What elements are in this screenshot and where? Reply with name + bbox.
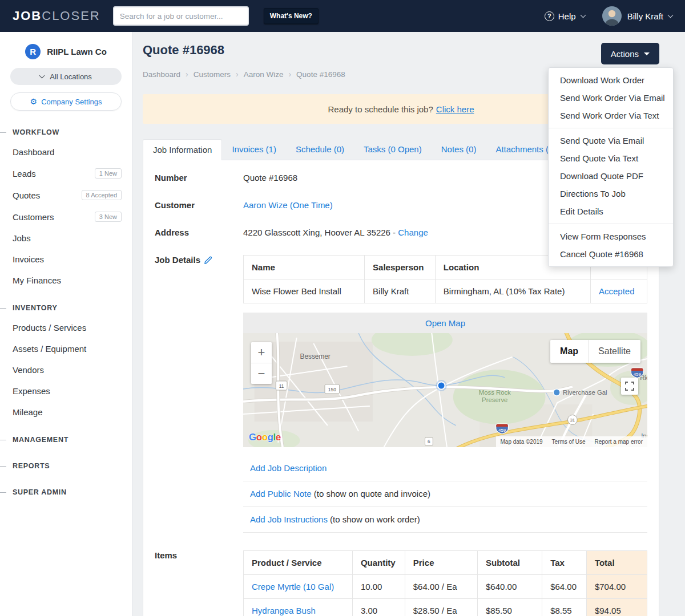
customers-badge: 3 New (95, 212, 122, 222)
edit-pencil-icon[interactable] (204, 256, 212, 264)
map-label-bessemer: Bessemer (300, 352, 331, 360)
menu-item-cancel-quote[interactable]: Cancel Quote #16968 (549, 245, 673, 263)
report-map-error-link[interactable]: Report a map error (595, 439, 643, 445)
sidebar-item-products-services[interactable]: Products / Services (0, 317, 132, 338)
total-cell: $94.05 (586, 599, 647, 616)
tab-job-information[interactable]: Job Information (143, 139, 222, 160)
whats-new-button[interactable]: What's New? (264, 8, 319, 24)
sidebar-item-customers[interactable]: Customers3 New (0, 206, 132, 228)
sidebar-item-my-finances[interactable]: My Finances (0, 270, 132, 291)
app-logo[interactable]: JOBCLOSER (13, 9, 100, 23)
sidebar-item-vendors[interactable]: Vendors (0, 359, 132, 380)
user-menu[interactable]: Billy Kraft (602, 6, 672, 26)
tab-notes[interactable]: Notes (0) (432, 139, 486, 160)
actions-button[interactable]: Actions (601, 43, 659, 64)
user-name: Billy Kraft (627, 11, 663, 21)
leads-badge: 1 New (95, 168, 122, 179)
menu-item-send-quote-text[interactable]: Send Quote Via Text (549, 149, 673, 167)
map-label-riverchase: Riverchase Gal (563, 389, 607, 396)
interstate-459-shield: 459 (496, 424, 509, 434)
sidebar-item-expenses[interactable]: Expenses (0, 380, 132, 402)
svg-text:31: 31 (570, 418, 575, 423)
menu-item-send-work-order-text[interactable]: Send Work Order Via Text (549, 107, 673, 124)
sidebar-item-dashboard[interactable]: Dashboard (0, 141, 132, 163)
sidebar-item-quotes[interactable]: Quotes8 Accepted (0, 184, 132, 206)
sidebar-item-invoices[interactable]: Invoices (0, 249, 132, 270)
job-details-label: Job Details (155, 255, 200, 265)
us-11-shield: 11 (276, 381, 287, 390)
job-location-cell: Birmingham, AL (10% Tax Rate) (435, 279, 590, 303)
section-management[interactable]: MANAGEMENT (0, 431, 132, 449)
fullscreen-button[interactable] (621, 378, 638, 395)
quantity-cell: 10.00 (352, 575, 405, 599)
avatar (602, 6, 622, 26)
actions-dropdown-menu: Download Work Order Send Work Order Via … (548, 67, 674, 267)
menu-item-send-quote-email[interactable]: Send Quote Via Email (549, 132, 673, 149)
address-value: 4220 Glasscott Xing, Hoover AL 35226 - (243, 228, 396, 237)
locations-dropdown[interactable]: All Locations (10, 68, 122, 85)
items-col-tax: Tax (542, 551, 587, 575)
sidebar-item-assets-equipment[interactable]: Assets / Equipment (0, 338, 132, 359)
help-menu[interactable]: ? Help (545, 11, 585, 21)
google-logo[interactable]: Google (249, 432, 281, 443)
section-inventory[interactable]: INVENTORY (0, 299, 132, 317)
map-section: Open Map (243, 313, 647, 447)
company-settings-button[interactable]: ⚙ Company Settings (10, 92, 122, 111)
map[interactable]: Bessemer Moss Rock Preserve Riverchase G… (243, 333, 647, 447)
add-job-instructions-link[interactable]: Add Job Instructions (250, 514, 328, 524)
add-public-note-link[interactable]: Add Public Note (250, 489, 312, 499)
product-link[interactable]: Crepe Myrtle (10 Gal) (252, 582, 334, 591)
zoom-in-button[interactable]: + (251, 342, 272, 363)
change-address-link[interactable]: Change (398, 228, 428, 237)
menu-item-edit-details[interactable]: Edit Details (549, 202, 673, 220)
tab-schedule[interactable]: Schedule (0) (286, 139, 354, 160)
company-settings-label: Company Settings (41, 98, 102, 106)
menu-item-send-work-order-email[interactable]: Send Work Order Via Email (549, 89, 673, 107)
customer-link[interactable]: Aaron Wize (One Time) (243, 200, 333, 210)
sidebar-item-mileage[interactable]: Mileage (0, 402, 132, 423)
open-map-link[interactable]: Open Map (425, 318, 465, 328)
logo-bold: JOB (13, 9, 42, 23)
map-type-satellite-button[interactable]: Satellite (588, 340, 640, 363)
terms-of-use-link[interactable]: Terms of Use (552, 439, 586, 445)
menu-item-download-work-order[interactable]: Download Work Order (549, 71, 673, 89)
zoom-out-button[interactable]: − (251, 363, 272, 384)
breadcrumb-customers[interactable]: Customers (194, 70, 231, 79)
job-col-name: Name (244, 256, 365, 279)
schedule-click-here-link[interactable]: Click here (436, 104, 474, 114)
section-reports[interactable]: REPORTS (0, 457, 132, 475)
tab-invoices[interactable]: Invoices (1) (222, 139, 286, 160)
chevron-down-icon (580, 12, 586, 18)
sidebar-item-leads[interactable]: Leads1 New (0, 163, 132, 184)
gear-icon: ⚙ (30, 98, 38, 106)
company-logo: R (25, 44, 41, 59)
total-cell: $704.00 (586, 575, 647, 599)
add-job-description-link[interactable]: Add Job Description (250, 463, 327, 473)
items-col-total: Total (586, 551, 647, 575)
sidebar-item-jobs[interactable]: Jobs (0, 228, 132, 249)
divider (549, 224, 673, 224)
menu-item-directions-to-job[interactable]: Directions To Job (549, 185, 673, 202)
interstate-459-shield: 459 (631, 368, 643, 378)
breadcrumb-dashboard[interactable]: Dashboard (143, 70, 180, 79)
breadcrumb-separator: › (236, 70, 239, 79)
page-title: Quote #16968 (143, 43, 224, 58)
tab-tasks[interactable]: Tasks (0 Open) (354, 139, 432, 160)
map-type-map-button[interactable]: Map (550, 340, 588, 363)
section-super-admin[interactable]: SUPER ADMIN (0, 483, 132, 501)
breadcrumb-separator: › (186, 70, 188, 79)
menu-item-download-quote-pdf[interactable]: Download Quote PDF (549, 167, 673, 185)
items-table: Product / Service Quantity Price Subtota… (243, 550, 647, 616)
tax-cell: $64.00 (542, 575, 587, 599)
section-workflow[interactable]: WORKFLOW (0, 123, 132, 141)
product-link[interactable]: Hydrangea Bush (252, 606, 316, 615)
number-label: Number (155, 173, 243, 183)
subtotal-cell: $85.50 (478, 599, 542, 616)
search-input[interactable] (113, 6, 249, 26)
breadcrumb-customer[interactable]: Aaron Wize (244, 70, 284, 79)
svg-text:6: 6 (428, 439, 430, 444)
menu-item-view-form-responses[interactable]: View Form Responses (549, 228, 673, 245)
us-31-shield: 31 (567, 415, 577, 425)
route-150-shield: 150 (325, 384, 340, 394)
list-item: Add Job Instructions (to show on work or… (243, 507, 647, 533)
